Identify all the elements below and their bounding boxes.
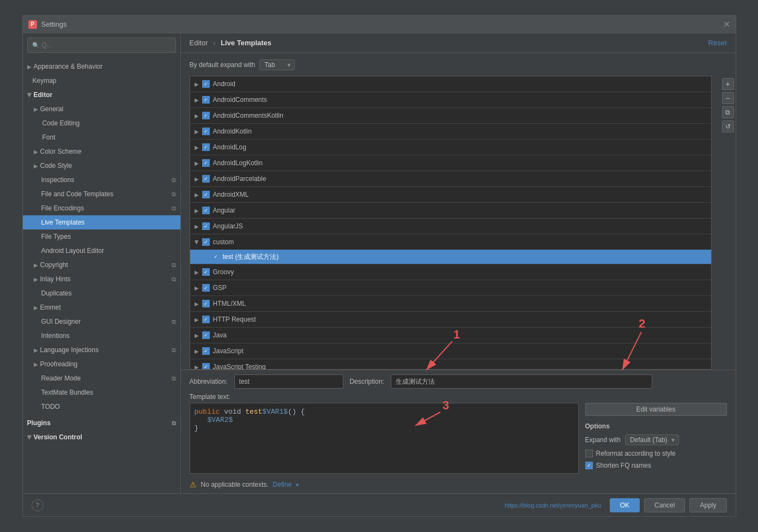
sidebar-item-reader-mode[interactable]: Reader Mode ⧉ [23,371,180,385]
template-group-header-groovy[interactable]: ▶ Groovy [190,264,711,280]
copy-template-button[interactable]: ⧉ [722,106,734,118]
template-group-header-androidcomments[interactable]: ▶ AndroidComments [190,92,711,107]
expand-with-option-select[interactable]: Default (Tab) Tab Enter Space [625,434,679,445]
chevron-right-icon: ▶ [195,81,199,87]
checkbox-androidkotlin[interactable] [202,128,210,135]
help-button[interactable]: ? [32,499,44,511]
sidebar-item-live-templates[interactable]: Live Templates [23,215,180,229]
checkbox-gsp[interactable] [202,284,210,292]
shorten-fq-label: Shorten FQ names [596,462,651,469]
sidebar-item-file-encodings[interactable]: File Encodings ⧉ [23,201,180,215]
restore-defaults-button[interactable]: ↺ [722,120,734,132]
template-group-header-androidkotlin[interactable]: ▶ AndroidKotlin [190,124,711,139]
template-group-header-androidlog[interactable]: ▶ AndroidLog [190,140,711,155]
shorten-fq-checkbox[interactable] [585,462,593,469]
checkbox-angular[interactable] [202,207,210,214]
chevron-right-icon: ▶ [34,305,38,311]
apply-button[interactable]: Apply [689,498,726,512]
sidebar-item-code-editing[interactable]: Code Editing [23,116,180,130]
abbreviation-row: Abbreviation: Description: [181,370,736,393]
sidebar-item-editor[interactable]: ▶ Editor [23,88,180,102]
sidebar-item-todo[interactable]: TODO [23,400,180,414]
checkbox-custom[interactable] [202,238,210,246]
sidebar-item-version-control[interactable]: ▶ Version Control [23,430,180,444]
template-group-header-javascript[interactable]: ▶ JavaScript [190,343,711,359]
template-child-test[interactable]: test (生成测试方法) [190,250,711,264]
template-group-header-android[interactable]: ▶ Android [190,76,711,92]
checkbox-androidlog[interactable] [202,143,210,151]
checkbox-javascript[interactable] [202,347,210,355]
checkbox-angularjs[interactable] [202,222,210,230]
checkbox-httprequest[interactable] [202,316,210,323]
remove-template-button[interactable]: − [722,92,734,104]
template-group-header-javascripttesting[interactable]: ▶ JavaScript Testing [190,359,711,370]
description-input[interactable] [391,374,652,389]
template-group-header-htmlxml[interactable]: ▶ HTML/XML [190,296,711,311]
sidebar-item-emmet[interactable]: ▶ Emmet [23,300,180,315]
checkbox-android[interactable] [202,80,210,88]
sidebar-item-proofreading[interactable]: ▶ Proofreading [23,357,180,371]
expand-with-select-wrapper[interactable]: Tab Enter Space ▼ [259,59,295,70]
template-group-header-androidparcelable[interactable]: ▶ AndroidParcelable [190,171,711,186]
template-group-header-androidxml[interactable]: ▶ AndroidXML [190,187,711,202]
checkbox-javascripttesting[interactable] [202,363,210,370]
sidebar-item-file-code-templates[interactable]: File and Code Templates ⧉ [23,187,180,201]
sidebar-item-keymap[interactable]: Keymap [23,74,180,88]
define-link[interactable]: Define [273,481,292,488]
search-box[interactable]: 🔍 [27,38,176,53]
sidebar-item-inspections[interactable]: Inspections ⧉ [23,173,180,187]
group-label: AngularJS [213,222,243,230]
sidebar-item-label: Appearance & Behavior [34,63,103,70]
sidebar-item-inlay-hints[interactable]: ▶ Inlay Hints ⧉ [23,272,180,286]
expand-with-option-select-wrapper[interactable]: Default (Tab) Tab Enter Space ▼ [625,434,679,445]
reset-button[interactable]: Reset [708,39,727,47]
cancel-button[interactable]: Cancel [644,498,685,512]
sidebar-item-android-layout[interactable]: Android Layout Editor [23,244,180,258]
template-text-editor[interactable]: public void test$VAR1$() { $VAR2$ } [190,403,579,474]
search-input[interactable] [42,41,171,49]
checkbox-java[interactable] [202,331,210,339]
sidebar-item-color-scheme[interactable]: ▶ Color Scheme [23,144,180,159]
checkbox-htmlxml[interactable] [202,300,210,307]
sidebar-item-file-types[interactable]: File Types [23,229,180,244]
template-group-header-androidlogkotlin[interactable]: ▶ AndroidLogKotlin [190,155,711,171]
edit-variables-button[interactable]: Edit variables [585,403,727,416]
sidebar-item-intentions[interactable]: Intentions [23,329,180,343]
add-template-button[interactable]: + [722,78,734,90]
sidebar-item-language-injections[interactable]: ▶ Language Injections ⧉ [23,343,180,357]
template-group-header-gsp[interactable]: ▶ GSP [190,280,711,295]
checkbox-androidcomments[interactable] [202,96,210,104]
template-group-header-androidcommentskotlin[interactable]: ▶ AndroidCommentsKotlin [190,108,711,123]
sidebar-item-label: Color Scheme [40,148,82,155]
sidebar-item-general[interactable]: ▶ General [23,102,180,116]
context-bar: ⚠ No applicable contexts. Define ▾ [181,478,736,493]
sidebar-item-plugins[interactable]: Plugins ⧉ [23,416,180,430]
checkbox-androidcommentskotlin[interactable] [202,112,210,119]
checkbox-androidparcelable[interactable] [202,175,210,183]
checkbox-test[interactable] [212,253,220,261]
template-group-header-angular[interactable]: ▶ Angular [190,203,711,218]
sidebar-item-appearance[interactable]: ▶ Appearance & Behavior [23,59,180,74]
sidebar-item-label: Android Layout Editor [41,247,104,255]
sidebar-item-font[interactable]: Font [23,130,180,144]
template-group-header-angularjs[interactable]: ▶ AngularJS [190,219,711,234]
ok-button[interactable]: OK [610,498,640,512]
sidebar-item-duplicates[interactable]: Duplicates [23,286,180,300]
template-group-header-custom[interactable]: ▶ custom [190,234,711,250]
reformat-checkbox[interactable] [585,450,593,457]
sidebar-item-textmate-bundles[interactable]: TextMate Bundles [23,385,180,400]
checkbox-androidxml[interactable] [202,191,210,198]
checkbox-androidlogkotlin[interactable] [202,159,210,167]
sidebar-item-label: File Types [41,233,71,240]
sidebar-item-code-style[interactable]: ▶ Code Style [23,159,180,173]
checkbox-groovy[interactable] [202,268,210,276]
template-group-header-httprequest[interactable]: ▶ HTTP Request [190,312,711,327]
sidebar-item-gui-designer[interactable]: GUI Designer ⧉ [23,315,180,329]
close-button[interactable]: ✕ [723,19,730,29]
copy-icon: ⧉ [172,420,176,427]
sidebar-item-copyright[interactable]: ▶ Copyright ⧉ [23,258,180,272]
expand-with-select[interactable]: Tab Enter Space [259,59,295,70]
abbreviation-input[interactable] [234,374,343,389]
template-group-header-java[interactable]: ▶ Java [190,328,711,343]
define-arrow[interactable]: ▾ [296,482,299,488]
